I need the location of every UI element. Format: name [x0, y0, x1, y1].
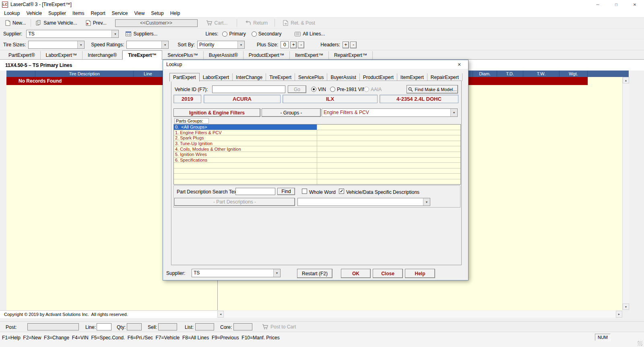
horizontal-scrollbar[interactable]: ◄ ►	[217, 311, 622, 318]
prev-button[interactable]: Prev...	[83, 18, 109, 28]
dialog-tab-itemexpert[interactable]: ItemExpert	[397, 73, 427, 81]
find-make-model-button[interactable]: Find Make & Model...	[407, 85, 458, 94]
secondary-radio[interactable]	[252, 31, 257, 37]
tab-buyerassist[interactable]: BuyerAssist®	[204, 51, 244, 59]
chevron-down-icon[interactable]: ▼	[237, 41, 244, 48]
sort-by-combo[interactable]: Priority ▼	[197, 41, 245, 49]
plus-size-increase-button[interactable]: +	[290, 42, 297, 48]
headers-decrease-button[interactable]: -	[350, 42, 357, 48]
cart-button[interactable]: Cart...	[203, 18, 231, 28]
menu-vehicle[interactable]: Vehicle	[23, 9, 45, 17]
maximize-icon[interactable]: □	[607, 0, 625, 9]
parts-group-item[interactable]: 6. Specifications	[174, 158, 317, 163]
same-vehicle-button[interactable]: Same Vehicle...	[33, 18, 80, 28]
scroll-up-icon[interactable]: ▲	[623, 77, 629, 83]
chevron-down-icon[interactable]: ▼	[111, 30, 118, 37]
dialog-tab-productexpert[interactable]: ProductExpert	[360, 73, 397, 81]
line-field[interactable]	[97, 323, 111, 330]
return-and-post-button[interactable]: Ret. & Post	[280, 18, 318, 28]
chevron-down-icon[interactable]: ▼	[423, 198, 430, 206]
go-button[interactable]: Go	[288, 85, 306, 93]
dialog-tab-laborexpert[interactable]: LaborExpert	[200, 73, 233, 81]
menu-view[interactable]: View	[131, 9, 148, 17]
vin-radio[interactable]	[311, 87, 316, 92]
plus-size-decrease-button[interactable]: -	[298, 42, 304, 48]
dialog-tab-repairexpert[interactable]: RepairExpert	[427, 73, 462, 81]
help-button[interactable]: Help	[405, 269, 435, 278]
parts-group-item[interactable]: 3. Tune-Up Ignition	[174, 141, 317, 146]
dialog-tab-partexpert[interactable]: PartExpert	[169, 73, 200, 81]
scroll-right-icon[interactable]: ►	[616, 311, 622, 318]
dialog-tab-tireexpert[interactable]: TireExpert	[266, 73, 295, 81]
menu-items[interactable]: Items	[69, 9, 87, 17]
search-text-input[interactable]	[235, 188, 275, 195]
resize-grip[interactable]	[638, 341, 642, 346]
tab-laborexpert[interactable]: LaborExpert™	[41, 51, 83, 59]
grid-column-td[interactable]: T.D.	[497, 71, 523, 77]
menu-help[interactable]: Help	[167, 9, 184, 17]
new-button[interactable]: New...	[2, 18, 29, 28]
tab-tireexpert[interactable]: TireExpert™	[122, 50, 162, 60]
ok-button[interactable]: OK	[341, 269, 371, 278]
vehicle-model-box[interactable]: ILX	[283, 95, 378, 103]
part-descriptions-combo[interactable]: ▼	[297, 198, 430, 206]
tab-itemexpert[interactable]: ItemExpert™	[290, 51, 329, 59]
grid-column-tire-description[interactable]: Tire Description	[35, 71, 134, 77]
category-button[interactable]: Ignition & Engine Filters	[173, 108, 260, 117]
part-descriptions-button[interactable]: - Part Descriptions -	[174, 198, 295, 206]
specific-descriptions-checkbox[interactable]: ✓	[339, 189, 344, 194]
group-combo[interactable]: Engine Filters & PCV ▼	[322, 108, 458, 117]
vehicle-engine-box[interactable]: 4-2354 2.4L DOHC	[380, 95, 458, 103]
speed-ratings-combo[interactable]: ▼	[126, 41, 169, 49]
supplier-combo[interactable]: TS ▼	[26, 30, 119, 38]
grid-column-wgt[interactable]: Wgt.	[559, 71, 588, 77]
groups-button[interactable]: - Groups -	[262, 108, 321, 117]
dialog-supplier-combo[interactable]: TS ▼	[192, 269, 281, 277]
tab-repairexpert[interactable]: RepairExpert™	[329, 51, 373, 59]
scroll-left-icon[interactable]: ◄	[217, 311, 224, 318]
tab-partexpert[interactable]: PartExpert®	[3, 51, 41, 59]
chevron-down-icon[interactable]: ▼	[273, 269, 280, 277]
tab-productexpert[interactable]: ProductExpert™	[244, 51, 290, 59]
dialog-tab-buyerassist[interactable]: BuyerAssist	[327, 73, 359, 81]
qty-field[interactable]	[127, 323, 142, 330]
parts-group-item[interactable]: 5. Ignition Wires	[174, 152, 317, 157]
primary-radio[interactable]	[222, 31, 227, 37]
grid-column-blank[interactable]	[6, 71, 35, 77]
parts-group-item[interactable]: 2. Spark Plugs	[174, 135, 317, 141]
dialog-tab-serviceplus[interactable]: ServicePlus	[295, 73, 327, 81]
menu-service[interactable]: Service	[108, 9, 131, 17]
menu-lookup[interactable]: Lookup	[1, 9, 23, 17]
chevron-down-icon[interactable]: ▼	[161, 41, 168, 48]
vehicle-id-input[interactable]	[212, 85, 285, 93]
close-button[interactable]: Close	[373, 269, 403, 278]
vehicle-year-box[interactable]: 2019	[173, 95, 201, 103]
parts-group-item[interactable]: 4. Coils, Modules & Other Ignition	[174, 146, 317, 152]
return-button[interactable]: Return	[242, 18, 270, 28]
aaia-radio[interactable]	[364, 87, 369, 92]
close-icon[interactable]: ✕	[625, 0, 644, 9]
suppliers-button[interactable]: Suppliers...	[123, 29, 160, 39]
whole-word-checkbox[interactable]	[302, 189, 307, 194]
scroll-down-icon[interactable]: ▼	[623, 303, 629, 310]
customer-field[interactable]: <<Customer>>	[115, 19, 198, 27]
headers-increase-button[interactable]: +	[343, 42, 349, 48]
all-lines-button[interactable]: All Lines...	[292, 29, 328, 39]
pre-1981-vin-radio[interactable]	[330, 87, 335, 92]
tab-serviceplus[interactable]: ServicePlus™	[162, 51, 203, 59]
sell-field[interactable]	[158, 323, 177, 330]
plus-size-field[interactable]: 0	[281, 41, 289, 48]
grid-column-line[interactable]: Line	[134, 71, 163, 77]
core-field[interactable]	[233, 323, 252, 330]
tab-interchange[interactable]: Interchange®	[83, 51, 122, 59]
tire-sizes-combo[interactable]: ▼	[28, 41, 85, 49]
restart-button[interactable]: Restart (F2)	[297, 269, 332, 278]
list-field[interactable]	[195, 323, 214, 330]
menu-report[interactable]: Report	[87, 9, 108, 17]
dialog-close-icon[interactable]: ✕	[454, 62, 465, 67]
vehicle-make-box[interactable]: ACURA	[204, 95, 281, 103]
chevron-down-icon[interactable]: ▼	[450, 109, 457, 116]
parts-group-item-selected[interactable]: 0. <All Groups>	[174, 125, 317, 130]
find-button[interactable]: Find	[277, 188, 295, 195]
minimize-icon[interactable]: ─	[588, 0, 607, 9]
